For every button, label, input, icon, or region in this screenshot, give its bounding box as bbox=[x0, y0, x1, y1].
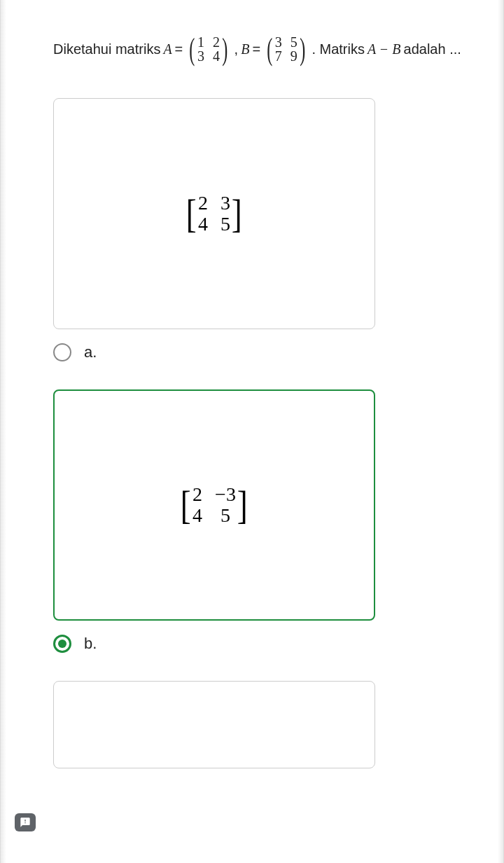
question-tail: adalah ... bbox=[404, 39, 461, 59]
option-a-matrix: [ 2 3 4 5 ] bbox=[185, 193, 243, 234]
optA-10: 4 bbox=[198, 214, 208, 234]
option-b-radio-row[interactable]: b. bbox=[53, 635, 472, 653]
comma: , bbox=[234, 39, 239, 59]
bracket-left: [ bbox=[181, 490, 191, 520]
option-b-box[interactable]: [ 2 −3 4 5 ] bbox=[53, 389, 375, 621]
matB-10: 7 bbox=[275, 49, 282, 63]
label-a: a. bbox=[84, 343, 97, 361]
radio-b[interactable] bbox=[53, 635, 71, 653]
matB-01: 5 bbox=[290, 35, 298, 49]
paren-left: ( bbox=[190, 38, 195, 61]
matrix-B-cells: 3 5 7 9 bbox=[275, 35, 298, 63]
radio-a[interactable] bbox=[53, 343, 71, 361]
optB-10: 4 bbox=[192, 506, 202, 525]
expr: A − B bbox=[368, 39, 401, 59]
option-a-cells: 2 3 4 5 bbox=[198, 193, 230, 234]
label-b: b. bbox=[84, 635, 97, 653]
eq2: = bbox=[252, 39, 260, 59]
matB-00: 3 bbox=[275, 35, 282, 49]
question-text: Diketahui matriks A = ( 1 2 3 4 ) , B = … bbox=[53, 35, 472, 63]
content-area: Diketahui matriks A = ( 1 2 3 4 ) , B = … bbox=[1, 0, 503, 768]
optA-11: 5 bbox=[220, 214, 230, 234]
bracket-right: ] bbox=[232, 199, 242, 228]
bracket-left: [ bbox=[186, 199, 197, 228]
optB-11: 5 bbox=[215, 506, 236, 525]
var-B: B bbox=[241, 39, 249, 59]
matA-11: 4 bbox=[213, 49, 220, 63]
matrix-A: ( 1 2 3 4 ) bbox=[187, 35, 230, 63]
optB-01: −3 bbox=[215, 485, 236, 504]
matrix-B: ( 3 5 7 9 ) bbox=[265, 35, 307, 63]
radio-b-inner bbox=[58, 640, 66, 648]
optA-01: 3 bbox=[220, 193, 230, 213]
paren-right: ) bbox=[300, 38, 305, 61]
optA-00: 2 bbox=[198, 193, 208, 213]
option-a-radio-row[interactable]: a. bbox=[53, 343, 472, 361]
bracket-right: ] bbox=[237, 490, 248, 520]
eq1: = bbox=[175, 39, 183, 59]
option-b-cells: 2 −3 4 5 bbox=[192, 485, 236, 525]
paren-right: ) bbox=[222, 38, 227, 61]
feedback-icon bbox=[20, 817, 31, 828]
var-A: A bbox=[163, 39, 172, 59]
feedback-button[interactable] bbox=[15, 813, 36, 831]
matA-01: 2 bbox=[213, 35, 220, 49]
matA-10: 3 bbox=[197, 49, 204, 63]
option-c-box-partial[interactable] bbox=[53, 681, 375, 768]
question-prefix: Diketahui matriks bbox=[53, 39, 160, 59]
matrix-A-cells: 1 2 3 4 bbox=[197, 35, 220, 63]
optB-00: 2 bbox=[192, 485, 202, 504]
option-a-box[interactable]: [ 2 3 4 5 ] bbox=[53, 98, 375, 329]
quiz-page: Diketahui matriks A = ( 1 2 3 4 ) , B = … bbox=[0, 0, 504, 863]
question-suffix: . Matriks bbox=[312, 39, 365, 59]
matB-11: 9 bbox=[290, 49, 298, 63]
paren-left: ( bbox=[267, 38, 272, 61]
matA-00: 1 bbox=[197, 35, 204, 49]
option-b-matrix: [ 2 −3 4 5 ] bbox=[179, 485, 248, 525]
